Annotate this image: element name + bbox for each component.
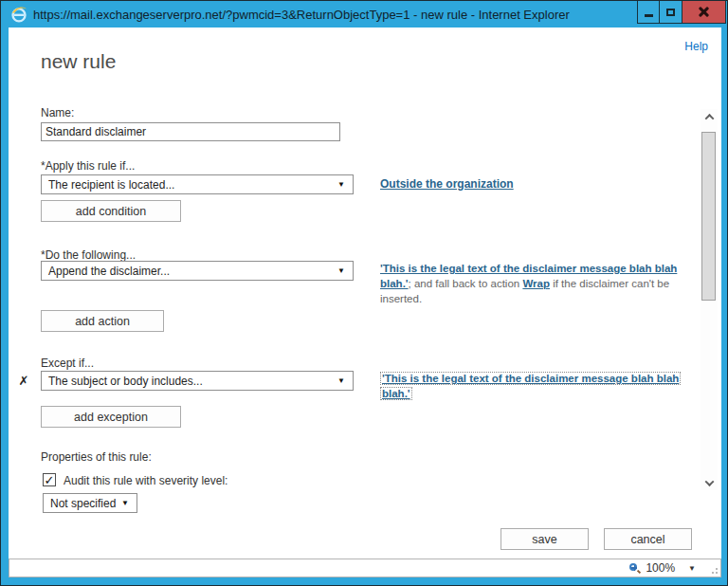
exception-value-text: 'This is the legal text of the disclaime… <box>380 371 689 401</box>
condition-value-link[interactable]: Outside the organization <box>380 177 514 191</box>
rule-name-input[interactable] <box>41 122 340 141</box>
maximize-icon <box>666 9 675 16</box>
scrollbar-thumb[interactable] <box>701 132 716 301</box>
window-title: https://mail.exchangeserverpro.net/?pwmc… <box>33 8 570 22</box>
action-label: *Do the following... <box>41 248 136 262</box>
exception-select[interactable]: The subject or body includes... ▼ <box>41 371 354 391</box>
chevron-down-icon <box>704 477 714 486</box>
name-label: Name: <box>41 106 74 119</box>
minimize-button[interactable] <box>637 1 660 24</box>
help-link[interactable]: Help <box>684 40 708 53</box>
dropdown-arrow-icon: ▼ <box>337 377 345 385</box>
dropdown-arrow-icon: ▼ <box>337 267 345 275</box>
condition-label: *Apply this rule if... <box>41 159 135 173</box>
condition-select-value: The recipient is located... <box>48 178 174 192</box>
severity-select-value: Not specified <box>50 497 116 510</box>
action-value-text: 'This is the legal text of the disclaime… <box>380 261 689 306</box>
maximize-button[interactable] <box>659 1 682 24</box>
remove-exception-icon[interactable]: ✗ <box>16 373 31 388</box>
zoom-control[interactable]: 100% ▼ <box>629 561 696 575</box>
vertical-scrollbar[interactable] <box>701 109 718 490</box>
exception-select-value: The subject or body includes... <box>48 375 203 388</box>
add-exception-button[interactable]: add exception <box>41 406 181 428</box>
exception-label: Except if... <box>41 357 94 370</box>
action-select[interactable]: Append the disclaimer... ▼ <box>41 261 354 281</box>
zoom-icon <box>629 563 640 574</box>
ie-window: https://mail.exchangeserverpro.net/?pwmc… <box>0 0 728 586</box>
save-button[interactable]: save <box>500 528 589 550</box>
page-title: new rule <box>41 50 116 73</box>
scroll-up-button[interactable] <box>701 109 718 124</box>
action-select-value: Append the disclaimer... <box>48 265 170 278</box>
checkmark-icon: ✓ <box>45 475 55 485</box>
audit-label: Audit this rule with severity level: <box>64 474 228 487</box>
dropdown-arrow-icon: ▼ <box>121 500 129 507</box>
exception-disclaimer-link[interactable]: 'This is the legal text of the disclaime… <box>380 372 681 400</box>
scroll-down-button[interactable] <box>701 475 718 490</box>
chevron-up-icon <box>704 113 714 122</box>
dialog-content: Help new rule Name: *Apply this rule if.… <box>9 27 721 559</box>
cancel-button[interactable]: cancel <box>604 528 692 550</box>
add-condition-button[interactable]: add condition <box>41 200 181 222</box>
zoom-dropdown-arrow-icon: ▼ <box>688 564 696 573</box>
fallback-action-link[interactable]: Wrap <box>522 278 550 289</box>
title-bar[interactable]: https://mail.exchangeserverpro.net/?pwmc… <box>1 1 727 27</box>
close-button[interactable] <box>682 1 726 24</box>
window-controls <box>637 1 726 24</box>
internet-explorer-icon <box>10 6 27 23</box>
add-action-button[interactable]: add action <box>41 310 164 332</box>
dropdown-arrow-icon: ▼ <box>337 181 345 189</box>
properties-label: Properties of this rule: <box>41 450 152 464</box>
minimize-icon <box>645 14 653 17</box>
audit-checkbox[interactable]: ✓ <box>43 473 56 486</box>
status-bar: 100% ▼ <box>9 559 721 577</box>
condition-select[interactable]: The recipient is located... ▼ <box>41 174 354 194</box>
close-icon <box>699 7 709 17</box>
resize-grip[interactable] <box>709 565 718 574</box>
zoom-level: 100% <box>646 561 675 575</box>
action-middle-text: ; and fall back to action <box>409 278 523 289</box>
severity-select[interactable]: Not specified ▼ <box>43 493 137 513</box>
